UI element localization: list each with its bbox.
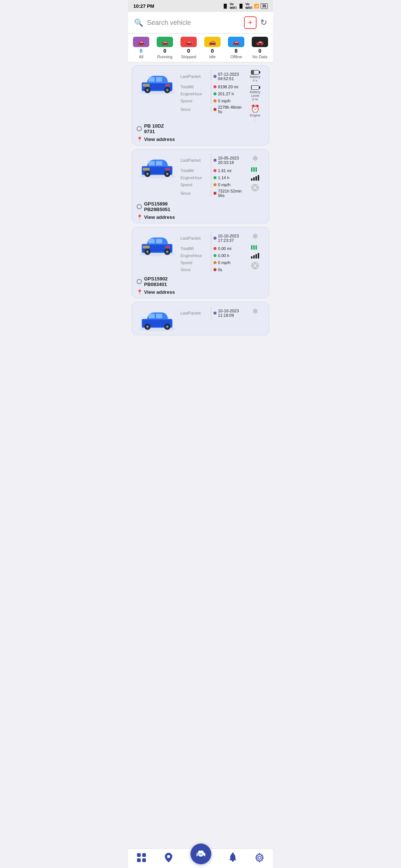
svg-rect-4	[156, 77, 162, 82]
svg-point-35	[253, 186, 257, 190]
vehicle-details-3: LastPacket 10-10-2023 17:23:37 TotalMI 0…	[180, 232, 244, 274]
vo-wifi2-label: VoWiFi	[245, 2, 252, 10]
view-address-2[interactable]: 📍 View address	[137, 214, 264, 220]
tab-stopped[interactable]: 🚗 0 Stopped	[177, 37, 200, 59]
svg-rect-29	[255, 167, 257, 172]
svg-point-47	[147, 251, 149, 253]
svg-point-24	[167, 173, 168, 175]
running-count: 0	[163, 48, 166, 54]
engine-label: Engine..	[250, 114, 260, 121]
target-icon-item-3	[251, 262, 259, 270]
svg-rect-26	[165, 168, 170, 170]
view-address-label-1: View address	[144, 137, 175, 142]
dot4	[213, 99, 216, 102]
target-icon-item-2	[251, 184, 259, 192]
all-icon: 🚗	[133, 37, 149, 47]
status-right: ▐▌ VoWiFi ▐▌ VoWiFi 📶 35	[222, 2, 268, 10]
speed-val-3: 0 mp/h	[218, 260, 231, 265]
signal-strength-icon-2	[251, 175, 259, 181]
since-label: Since	[180, 107, 209, 112]
signal-strength-icon-3	[251, 253, 259, 259]
status-circle-3	[137, 279, 142, 284]
svg-point-76	[167, 326, 168, 328]
totalmi-val-3: 0.00 mi	[218, 246, 231, 251]
status-bar: 10:27 PM ▐▌ VoWiFi ▐▌ VoWiFi 📶 35	[128, 0, 273, 12]
bars-icon-item-3	[251, 244, 259, 250]
vehicle-card-2[interactable]: LastPacket 10-05-2023 20:33:18 TotalMI 1…	[132, 149, 269, 223]
idle-label: Idle	[209, 55, 216, 59]
tab-nodata[interactable]: 🚗 0 No Data	[248, 37, 271, 59]
signal-icon: ▐▌	[222, 4, 228, 8]
totalmi-label: TotalMI	[180, 85, 209, 89]
vehicle-id-2: GPS15899PB29B5051	[144, 201, 264, 212]
tab-offline[interactable]: 🚗 8 Offline	[225, 37, 248, 59]
clock-icon: ⏰	[251, 104, 260, 113]
tab-idle[interactable]: 🚗 0 Idle	[201, 37, 224, 59]
svg-rect-59	[258, 253, 259, 259]
bars-icon-item-2	[251, 166, 259, 172]
svg-rect-43	[149, 239, 155, 243]
view-address-1[interactable]: 📍 View address	[137, 137, 264, 142]
dot1	[213, 75, 216, 78]
vehicle-id-3: GPS15902PB083401	[144, 276, 264, 287]
totalmi-val-1: 8198.20 mi	[218, 85, 238, 89]
totalmi-val-2: 1.61 mi	[218, 168, 231, 173]
svg-rect-13	[143, 82, 171, 83]
vehicle-card-4[interactable]: LastPacket 10-10-2023 11:18:09 ❄	[132, 302, 269, 335]
stopped-label: Stopped	[181, 55, 196, 59]
offline-count: 8	[235, 48, 238, 54]
svg-rect-18	[156, 161, 162, 165]
refresh-button[interactable]: ↻	[260, 18, 267, 27]
category-tabs: 🚗 8 All 🚗 0 Running 🚗 0 Stopped 🚗 0 Idle…	[128, 34, 273, 62]
card-icons-2: ❄	[246, 154, 264, 199]
svg-rect-33	[258, 175, 259, 181]
vo-wifi-label: VoWiFi	[229, 2, 237, 10]
search-input[interactable]: Search vehicle	[147, 19, 240, 27]
engine-icon-item: ⏰ Engine..	[250, 104, 260, 121]
status-circle-2	[137, 204, 142, 209]
tab-running[interactable]: 🚗 0 Running	[153, 37, 176, 59]
view-address-label-3: View address	[144, 289, 175, 295]
tab-all[interactable]: 🚗 8 All	[130, 37, 153, 59]
add-vehicle-button[interactable]: +	[244, 16, 257, 29]
svg-rect-28	[253, 167, 255, 172]
view-address-3[interactable]: 📍 View address	[137, 289, 264, 295]
vehicle-card-3[interactable]: LastPacket 10-10-2023 17:23:37 TotalMI 0…	[132, 227, 269, 298]
car-image-3	[137, 232, 177, 258]
wifi-icon: 📶	[254, 4, 259, 9]
svg-point-73	[147, 326, 149, 328]
lastpacket-val-1: 07-12-2023 04:52:51	[218, 72, 239, 81]
target-icon-2	[251, 184, 259, 192]
view-address-label-2: View address	[144, 214, 175, 220]
car-image-4	[137, 307, 177, 333]
svg-point-50	[167, 251, 168, 253]
running-icon: 🚗	[157, 37, 173, 47]
enginehour-val-3: 0.00 h	[218, 253, 229, 258]
vehicle-id-1: PB 10DZ9731	[144, 123, 264, 134]
nodata-label: No Data	[252, 55, 267, 59]
battery-indicator: 35	[261, 3, 268, 9]
enginehour-val-1: 201.27 h	[218, 92, 234, 96]
svg-rect-58	[255, 254, 257, 259]
speed-val-2: 0 mp/h	[218, 183, 231, 187]
vehicle-card-1[interactable]: LastPacket 07-12-2023 04:52:51 TotalMI 8…	[132, 65, 269, 145]
speed-val-1: 0 mp/h	[218, 99, 231, 103]
svg-rect-27	[251, 167, 252, 172]
status-circle-1	[137, 126, 142, 131]
offline-label: Offline	[230, 55, 242, 59]
svg-point-10	[167, 89, 168, 91]
svg-point-21	[147, 173, 149, 175]
svg-rect-25	[143, 168, 150, 170]
snowflake-icon-2: ❄	[252, 154, 258, 163]
plus-icon: +	[248, 18, 253, 27]
target-icon-3	[251, 262, 259, 270]
svg-rect-44	[156, 239, 162, 243]
svg-rect-3	[149, 77, 155, 82]
dot2	[213, 85, 216, 88]
svg-rect-55	[255, 245, 257, 250]
dot5	[213, 108, 216, 111]
idle-icon: 🚗	[204, 37, 221, 47]
lastpacket-val-4: 10-10-2023 11:18:09	[218, 309, 239, 318]
snow-icon-item-3: ❄	[252, 232, 258, 241]
card-icons-4: ❄	[246, 307, 264, 316]
